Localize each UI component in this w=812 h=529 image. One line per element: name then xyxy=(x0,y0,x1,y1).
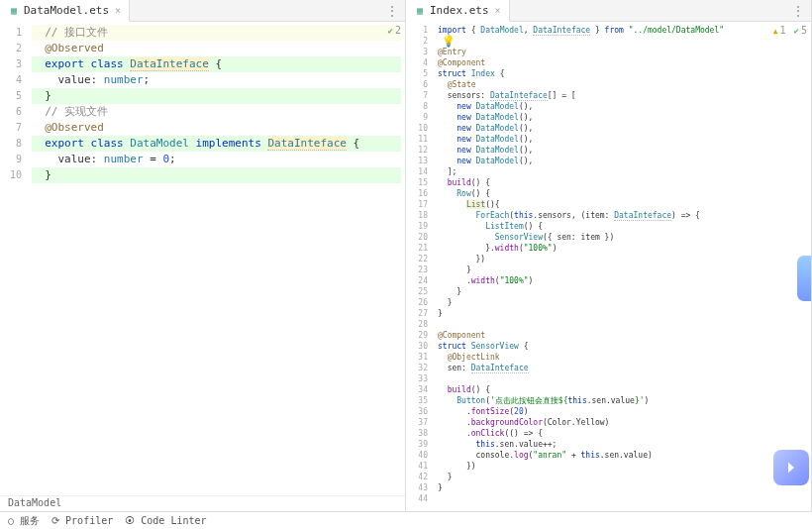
tab-filename: DataModel.ets xyxy=(24,4,109,17)
close-icon[interactable]: × xyxy=(495,5,501,16)
right-editor[interactable]: 15 1234567891011121314151617181920212223… xyxy=(406,22,811,511)
left-annotations[interactable]: 2 xyxy=(388,25,401,36)
tab-overflow-icon[interactable]: ⋮ xyxy=(786,4,811,18)
left-editor[interactable]: 2 12345678910 // 接口文件 @Observed export c… xyxy=(0,22,405,495)
left-code[interactable]: // 接口文件 @Observed export class DataIntef… xyxy=(28,22,405,495)
left-gutter: 12345678910 xyxy=(0,22,28,495)
status-services[interactable]: ◯ 服务 xyxy=(8,514,40,528)
ets-file-icon: ▦ xyxy=(8,5,20,17)
tab-filename: Index.ets xyxy=(430,4,489,17)
side-panel-handle[interactable] xyxy=(797,256,811,301)
close-icon[interactable]: × xyxy=(115,5,121,16)
statusbar: ◯ 服务 ⟳ Profiler ⦿ Code Linter xyxy=(0,511,812,529)
left-tabbar: ▦ DataModel.ets × ⋮ xyxy=(0,0,405,22)
status-profiler[interactable]: ⟳ Profiler xyxy=(51,515,113,526)
tab-index[interactable]: ▦ Index.ets × xyxy=(406,0,510,22)
breadcrumb[interactable]: DataModel xyxy=(0,495,405,511)
assistant-icon[interactable] xyxy=(773,450,809,485)
status-linter[interactable]: ⦿ Code Linter xyxy=(125,515,206,526)
ets-file-icon: ▦ xyxy=(414,5,426,17)
tab-overflow-icon[interactable]: ⋮ xyxy=(380,4,405,18)
right-tabbar: ▦ Index.ets × ⋮ xyxy=(406,0,811,22)
left-editor-pane: ▦ DataModel.ets × ⋮ 2 12345678910 // 接口文… xyxy=(0,0,406,511)
right-gutter: 1234567891011121314151617181920212223242… xyxy=(406,22,434,511)
right-code[interactable]: import { DataModel, DataInteface } from … xyxy=(434,22,811,511)
tab-datamodel[interactable]: ▦ DataModel.ets × xyxy=(0,0,130,22)
right-annotations[interactable]: 15 xyxy=(773,25,807,36)
right-editor-pane: ▦ Index.ets × ⋮ 15 123456789101112131415… xyxy=(406,0,812,511)
